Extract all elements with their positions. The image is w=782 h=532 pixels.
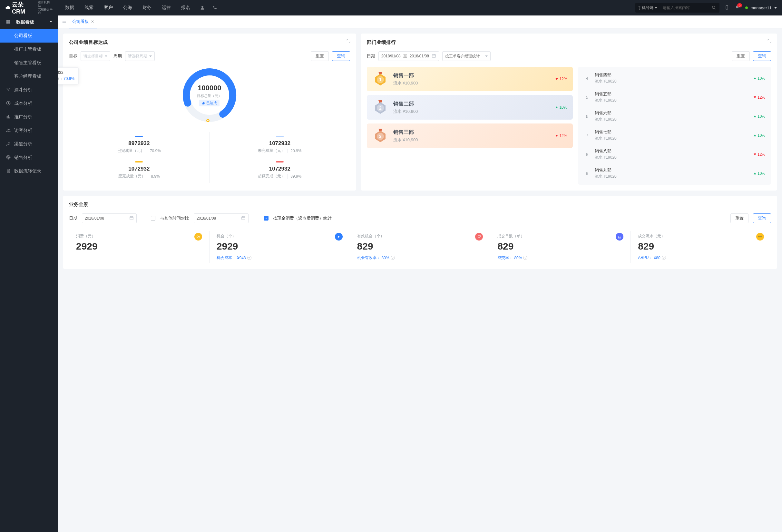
main-area: 公司看板 ✕ 公司业绩目标达成 目标 请选择目标 周期 请选择周期 重置: [58, 15, 782, 532]
svg-rect-3: [8, 20, 10, 22]
checkbox-cash[interactable]: [264, 216, 269, 220]
svg-rect-18: [130, 216, 134, 219]
label-cash-stat: 按现金消费（返点后消费）统计: [273, 215, 332, 221]
sidebar-sub-item[interactable]: 销售主管看板: [0, 56, 58, 70]
expand-icon[interactable]: [346, 39, 351, 44]
svg-point-1: [727, 8, 727, 9]
topnav-item[interactable]: 报名: [177, 0, 195, 15]
svg-rect-8: [432, 54, 436, 57]
logo-icon: 云朵CRM: [5, 1, 33, 15]
sidebar-item[interactable]: 推广分析: [0, 110, 58, 124]
sidebar-item[interactable]: 数据流转记录: [0, 165, 58, 178]
target-icon: [6, 155, 11, 161]
search-type-select[interactable]: 手机号码: [635, 3, 660, 12]
people-icon: [6, 128, 11, 134]
sidebar-item[interactable]: 漏斗分析: [0, 83, 58, 97]
rank-row: 4 销售四部流水 ¥19020 10%: [578, 69, 771, 88]
search-input[interactable]: [660, 5, 709, 10]
ranking-filter-row: 日期 2018/01/08 至 2018/01/08 按工单客户经理统计 重置 …: [367, 51, 771, 61]
topbar: 云朵CRM 教育机构一站式服务云平台 数据线索客户公海财务运营报名 手机号码 5…: [0, 0, 782, 15]
date-picker-1[interactable]: 2018/01/08: [82, 213, 137, 223]
metric-icon: 🛍: [194, 233, 202, 241]
select-stat-by[interactable]: 按工单客户经理统计: [442, 51, 491, 61]
rank-row: 9 销售九部流水 ¥19020 10%: [578, 164, 771, 183]
top-right: 5 manager11: [724, 5, 777, 11]
user-menu[interactable]: manager11: [745, 5, 777, 10]
rank-row: 8 销售八部流水 ¥19020 12%: [578, 145, 771, 164]
metric-icon: 💳: [756, 233, 764, 241]
query-button[interactable]: 查询: [332, 51, 350, 61]
chevron-up-icon: [50, 20, 52, 25]
metric-cell: 1072932 超额完成（元）89.9%: [210, 157, 350, 183]
label-period: 周期: [113, 53, 122, 59]
funnel-icon: [6, 87, 11, 93]
link-icon: [6, 142, 11, 147]
trend-indicator: 12%: [556, 77, 567, 81]
topnav-item[interactable]: 线索: [80, 0, 98, 15]
trend-indicator: 10%: [754, 114, 765, 119]
topnav-item[interactable]: 运营: [157, 0, 175, 15]
checkbox-compare[interactable]: [151, 216, 155, 220]
medal-icon: 2: [372, 100, 388, 115]
hamburger-icon[interactable]: [62, 19, 66, 25]
clock-icon: [6, 101, 11, 106]
bell-icon[interactable]: 5: [735, 5, 740, 11]
sidebar-item[interactable]: 销售分析: [0, 151, 58, 165]
overview-metric-card: 💳 成交流水（元） 829ARPU：¥80?: [631, 231, 771, 263]
help-icon[interactable]: ?: [662, 256, 666, 260]
date-range-picker[interactable]: 2018/01/08 至 2018/01/08: [379, 51, 439, 61]
overview-metric-card: ➤ 机会（个） 2929机会成本：¥948?: [210, 231, 350, 263]
sidebar-group-dashboard[interactable]: 数据看板: [0, 15, 58, 29]
pill-icon: [276, 161, 284, 163]
date-picker-2[interactable]: 2018/01/08: [194, 213, 249, 223]
donut-total-label: 目标总量（元）: [197, 94, 222, 98]
ranking-top3: 1 销售一部流水 ¥10,900 12% 2 销售二部流水 ¥10,900 10…: [367, 67, 573, 185]
pill-icon: [135, 136, 143, 137]
calendar-icon: [129, 216, 134, 221]
card-title: 部门业绩排行: [367, 39, 771, 45]
topnav-item[interactable]: 财务: [138, 0, 156, 15]
device-icon[interactable]: [724, 5, 729, 11]
topnav-item[interactable]: 数据: [61, 0, 79, 15]
expand-icon[interactable]: [767, 39, 772, 44]
overview-filter-row: 日期 2018/01/08 与其他时间对比 2018/01/08 按现金消费（返…: [69, 213, 771, 223]
ranking-rest: 4 销售四部流水 ¥19020 10%5 销售五部流水 ¥19020 12%6 …: [578, 67, 771, 185]
sidebar-sub-item[interactable]: 推广主管看板: [0, 42, 58, 56]
chevron-down-icon: [774, 7, 777, 9]
trend-indicator: 10%: [556, 105, 567, 110]
card-title: 业务全景: [69, 202, 771, 208]
reset-button[interactable]: 重置: [731, 213, 748, 223]
close-icon[interactable]: ✕: [91, 19, 94, 24]
sidebar-item[interactable]: 成本分析: [0, 97, 58, 110]
sidebar-item[interactable]: 访客分析: [0, 124, 58, 137]
rank-row: 5 销售五部流水 ¥19020 12%: [578, 88, 771, 107]
label-date: 日期: [69, 215, 77, 221]
user-icon[interactable]: [197, 0, 208, 15]
tab-company-dashboard[interactable]: 公司看板 ✕: [69, 15, 97, 28]
topnav-item[interactable]: 公海: [119, 0, 137, 15]
calendar-icon: [241, 216, 246, 221]
query-button[interactable]: 查询: [753, 213, 771, 223]
card-business-overview: 业务全景 日期 2018/01/08 与其他时间对比 2018/01/08: [63, 196, 777, 269]
help-icon[interactable]: ?: [391, 256, 395, 260]
select-target[interactable]: 请选择目标: [80, 51, 110, 61]
dashboard-icon: [6, 20, 10, 25]
sidebar-sub-item[interactable]: 公司看板: [0, 29, 58, 42]
notification-badge: 5: [737, 3, 742, 7]
sidebar-sub-item[interactable]: 客户经理看板: [0, 70, 58, 83]
query-button[interactable]: 查询: [753, 51, 771, 61]
sidebar-item[interactable]: 渠道分析: [0, 137, 58, 151]
phone-icon[interactable]: [210, 0, 220, 15]
search-button[interactable]: [709, 3, 719, 12]
reset-button[interactable]: 重置: [732, 51, 750, 61]
metric-cell: 1072932 未完成量（元）20.9%: [210, 132, 350, 157]
topnav-item[interactable]: 客户: [99, 0, 117, 15]
overview-metric-card: ▤ 成交单数（单） 829成交率：80%?: [490, 231, 631, 263]
donut-total: 100000: [198, 84, 221, 92]
select-period[interactable]: 请选择周期: [125, 51, 155, 61]
reset-button[interactable]: 重置: [311, 51, 329, 61]
help-icon[interactable]: ?: [523, 256, 527, 260]
help-icon[interactable]: ?: [247, 256, 251, 260]
pill-icon: [135, 161, 143, 163]
svg-text:2: 2: [379, 105, 382, 111]
